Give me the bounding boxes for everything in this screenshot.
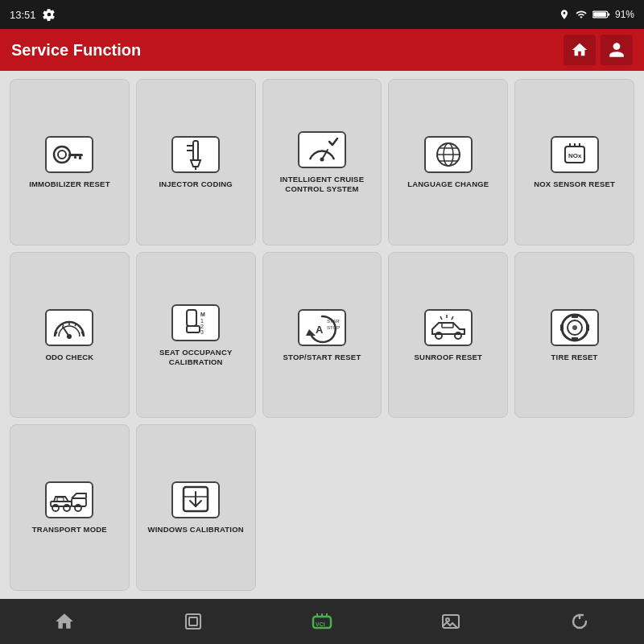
svg-rect-65	[189, 617, 197, 625]
card-injector-coding[interactable]: INJECTOR CODING	[136, 79, 256, 246]
card-label: WINDOWS CALIBRATION	[148, 525, 244, 535]
card-stop-start-reset[interactable]: A START STOP STOP/START RESET	[262, 252, 382, 419]
svg-text:START: START	[327, 319, 340, 324]
svg-rect-6	[79, 156, 81, 159]
svg-rect-52	[560, 324, 564, 331]
card-label: SUNROOF RESET	[415, 353, 482, 362]
nav-vci-icon: VCI	[310, 612, 334, 631]
svg-point-72	[446, 618, 449, 621]
settings-icon	[43, 8, 56, 21]
cruise-icon	[303, 135, 341, 164]
svg-marker-9	[191, 160, 200, 167]
card-label: SEAT OCCUPANCY CALIBRATION	[140, 348, 252, 368]
card-label: TRANSPORT MODE	[32, 525, 107, 535]
nox-icon: NOx	[557, 140, 592, 169]
status-bar: 13:51 91%	[0, 0, 644, 29]
injector-icon	[180, 139, 211, 170]
key-icon	[52, 142, 86, 167]
service-grid: IMMOBILIZER RESET INJECTOR CODING	[0, 71, 644, 599]
nav-recent-icon	[184, 612, 203, 631]
transport-icon	[49, 485, 89, 514]
card-sunroof-reset[interactable]: SUNROOF RESET	[388, 252, 508, 419]
empty-slot-3	[514, 424, 634, 591]
card-label: INJECTOR CODING	[159, 180, 233, 189]
svg-rect-8	[193, 141, 198, 160]
svg-rect-7	[74, 156, 76, 159]
nav-image-button[interactable]	[423, 601, 479, 642]
svg-rect-2	[608, 13, 609, 15]
user-button[interactable]	[601, 35, 633, 65]
home-icon	[571, 41, 588, 59]
svg-point-3	[54, 147, 70, 163]
nav-recent-button[interactable]	[165, 601, 221, 642]
svg-rect-1	[593, 12, 606, 17]
card-label: TIRE RESET	[551, 353, 598, 362]
card-label: IMMOBILIZER RESET	[29, 180, 110, 189]
svg-text:M: M	[200, 312, 205, 317]
battery-icon	[592, 9, 610, 20]
svg-line-43	[440, 316, 442, 320]
app-header: Service Function	[0, 29, 644, 71]
nav-back-button[interactable]	[551, 601, 608, 642]
sunroof-icon	[429, 313, 468, 342]
svg-rect-53	[586, 324, 589, 331]
nav-back-icon	[569, 612, 590, 631]
wifi-icon	[575, 9, 588, 20]
card-odo-check[interactable]: ODO CHECK	[10, 252, 130, 419]
nav-home-button[interactable]	[36, 601, 93, 642]
nav-image-icon	[440, 612, 461, 631]
page-title: Service Function	[11, 41, 141, 60]
card-label: LANGUAGE CHANGE	[407, 180, 489, 189]
card-label: NOX SENSOR RESET	[534, 180, 615, 189]
svg-text:A: A	[316, 324, 324, 336]
svg-text:NOx: NOx	[568, 152, 582, 159]
svg-rect-5	[68, 154, 83, 156]
svg-rect-64	[186, 614, 200, 629]
svg-point-31	[67, 334, 72, 339]
time-display: 13:51	[10, 9, 36, 21]
home-button[interactable]	[564, 35, 596, 65]
svg-line-44	[452, 316, 453, 320]
svg-rect-33	[187, 326, 200, 332]
battery-percent: 91%	[615, 9, 634, 20]
empty-slot-2	[388, 424, 508, 591]
svg-point-14	[320, 157, 324, 161]
tire-icon	[557, 312, 592, 344]
svg-point-54	[572, 325, 577, 330]
card-nox-sensor-reset[interactable]: NOx NOX SENSOR RESET	[514, 79, 634, 246]
windows-icon	[179, 484, 213, 516]
card-transport-mode[interactable]: TRANSPORT MODE	[10, 424, 130, 591]
svg-text:3: 3	[200, 329, 204, 335]
card-seat-occupancy[interactable]: M 1 2 3 SEAT OCCUPANCY CALIBRATION	[136, 252, 256, 419]
svg-rect-51	[572, 337, 578, 341]
card-intelligent-cruise[interactable]: INTELLIGENT CRUISE CONTROL SYSTEM	[262, 79, 382, 246]
svg-text:VCI: VCI	[316, 621, 325, 627]
svg-text:2: 2	[200, 324, 204, 329]
odo-icon	[51, 312, 88, 343]
svg-rect-50	[572, 315, 578, 318]
user-icon	[608, 41, 625, 59]
card-immobilizer-reset[interactable]: IMMOBILIZER RESET	[10, 79, 130, 246]
svg-rect-32	[187, 310, 196, 326]
svg-marker-38	[306, 329, 316, 336]
bottom-nav-bar: VCI	[0, 599, 644, 644]
card-label: INTELLIGENT CRUISE CONTROL SYSTEM	[266, 175, 378, 195]
card-label: STOP/START RESET	[283, 353, 361, 362]
card-tire-reset[interactable]: TIRE RESET	[514, 252, 634, 419]
card-label: ODO CHECK	[45, 353, 93, 362]
card-language-change[interactable]: LANGUAGE CHANGE	[388, 79, 508, 246]
svg-text:1: 1	[200, 318, 204, 324]
language-icon	[431, 140, 466, 169]
empty-slot-1	[262, 424, 382, 591]
svg-text:STOP: STOP	[327, 325, 340, 330]
seat-icon: M 1 2 3	[179, 307, 213, 339]
nav-home-icon	[54, 611, 75, 632]
card-windows-calibration[interactable]: WINDOWS CALIBRATION	[136, 424, 256, 591]
svg-point-4	[58, 151, 66, 159]
nav-vci-button[interactable]: VCI	[294, 601, 350, 642]
location-icon	[559, 9, 570, 20]
stopstart-icon: A START STOP	[304, 312, 340, 344]
